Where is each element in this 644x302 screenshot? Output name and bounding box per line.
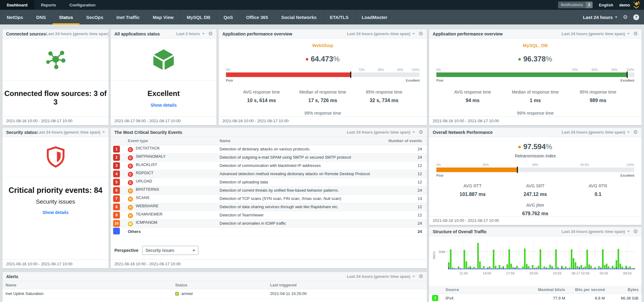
card-timespan-dropdown[interactable]: Last 24 hours (generic time span) [347,274,415,279]
perspective-select[interactable]: Security issues [142,246,198,255]
notifications-button[interactable]: Notifications 0 [558,2,593,8]
notifications-label: Notifications [558,2,586,8]
app-performance-webshop-card: Application performance overview Last 24… [219,29,427,125]
card-timespan-dropdown[interactable]: Last 24 hours (generic time span) [561,130,629,134]
tab-office-365[interactable]: Office 365 [240,10,275,24]
svg-text:14:59: 14:59 [483,271,491,275]
security-submessage: Security issues [2,198,109,205]
stat-label: AVG response time [231,90,292,94]
card-gear-icon[interactable]: ⚙ [633,31,638,36]
security-event-row[interactable]: 1CDICTATTACKDetection of dictionary atta… [111,145,427,153]
card-timespan-dropdown[interactable]: Last 24 hours (generic time span) [37,130,105,134]
svg-text:bits/s: bits/s [432,251,436,259]
security-event-row[interactable]: 9HTEAMVIEWERDetection of TeamViewer12 [111,211,427,219]
security-event-row[interactable]: 5CUPLOADDetection of uploading data12 [111,178,427,186]
security-event-row[interactable]: 6HBPATTERNSDetection of current threats … [111,186,427,194]
show-details-link[interactable]: Show details [2,210,109,215]
severity-icon: C [128,147,133,152]
card-gear-icon[interactable]: ⚙ [419,130,423,135]
stat: AVG RTR0.1 [567,183,629,197]
card-title: Application performance overview [433,31,503,36]
source-badge: 1 [432,295,438,301]
gauge-marker [517,167,518,173]
security-event-row[interactable]: 7HSCANSDetection of TCP scans (SYN scan,… [111,194,427,203]
event-type-label: SMTPANOMALY [136,154,166,159]
card-timespan-dropdown[interactable]: Last 24 hours (generic time span) [561,229,629,234]
svg-text:11:59: 11:59 [459,271,468,275]
card-gear-icon[interactable]: ⚙ [633,130,638,135]
event-name-cell: Detection of current threats by unified … [217,186,381,194]
settings-gear-icon[interactable]: ⚙ [623,14,628,20]
stat-value: 0.1 [567,192,629,197]
card-timespan-dropdown[interactable]: Last 2 hours [176,31,204,36]
security-event-row[interactable]: Others24 [111,227,427,236]
security-events-table: Event type Name Number of events 1CDICTA… [111,137,427,236]
stat-value: 101.887 ms [441,192,504,197]
tab-mysql-db[interactable]: MySQL DB [180,10,217,24]
rank-cell: 9 [111,211,125,219]
tab-inet-traffic[interactable]: Inet Traffic [110,10,146,24]
brand-tab-configuration[interactable]: Configuration [63,0,102,10]
tab-secops[interactable]: SecOps [80,10,110,24]
rank-badge: 6 [113,187,120,194]
security-event-row[interactable]: 3CBLACKLISTDetection of communication wi… [111,161,427,170]
rank-cell: 6 [111,186,125,194]
tab-map-view[interactable]: Map View [146,10,180,24]
brand-tab-reports[interactable]: Reports [34,0,63,10]
alert-row[interactable]: Inet Uplink Saturationarmed2021-04-11 15… [2,289,427,298]
card-title: Structure of Overall Traffic [433,229,487,234]
stat: 95% response time32 s, 734 ms [353,90,415,103]
user-menu[interactable]: demo [619,1,640,9]
gauge-fill [436,168,517,172]
tab-eta-tls[interactable]: ETA/TLS [323,10,355,24]
gauge-scale-label: 90% [397,68,403,72]
gauge-scale-label: 99% [532,163,538,167]
gauge-scale-label: 0% [436,68,441,72]
global-time-range-dropdown[interactable]: Last 24 hours [583,15,617,20]
card-timespan-dropdown[interactable]: Last 24 hours (generic time span) [347,31,415,36]
flowmon-logo-icon [632,1,640,9]
security-event-row[interactable]: 2CSMTPANOMALYDetection of outgoing e-mai… [111,153,427,161]
card-timespan-dropdown[interactable]: Last 24 hours (generic time span) [347,130,415,134]
event-name-cell: Detection of anomalies in ICMP traffic [217,219,381,227]
tab-status[interactable]: Status [53,10,80,24]
event-name-cell: Advanced detection method revealing dict… [217,170,381,178]
stat: Median of response time17 s, 726 ms [292,90,353,103]
network-stats: AVG RTT101.887 msAVG SRT247.12 msAVG RTR… [441,183,629,197]
security-event-row[interactable]: 8HWEBSHAREDetection of data sharing serv… [111,203,427,211]
card-gear-icon[interactable]: ⚙ [633,229,638,234]
tab-netops[interactable]: NetOps [0,10,30,24]
connected-sources-message: Connected flow sources: 3 of 3 [2,89,109,106]
stat: AVG SRT247.12 ms [504,183,567,197]
gauge-scale-label: 100% [412,68,420,72]
card-timespan-dropdown[interactable]: Last 24 hours (generic time span) [46,31,109,36]
brand-tab-dashboard[interactable]: Dashboard [0,0,34,10]
stat: 95% response time989 ms [567,90,629,103]
gauge-scale-label: 0% [436,163,441,167]
tab-dns[interactable]: DNS [30,10,53,24]
performance-percentage: 64.473% [219,55,427,63]
stat-value: 1 ms [504,98,567,103]
card-gear-icon[interactable]: ⚙ [208,31,213,36]
help-icon[interactable]: ? [633,14,639,20]
event-count-cell: 12 [381,211,427,219]
security-event-row[interactable]: 4CRDPDICTAdvanced detection method revea… [111,170,427,178]
tab-loadmaster[interactable]: LoadMaster [355,10,394,24]
show-details-link[interactable]: Show details [111,103,217,108]
svg-text:20:59: 20:59 [530,271,538,275]
event-type-label: DICTATTACK [136,146,160,150]
security-event-row[interactable]: 10MICMPANOMDetection of anomalies in ICM… [111,219,427,227]
card-gear-icon[interactable]: ⚙ [419,274,423,279]
card-gear-icon[interactable]: ⚙ [419,31,423,36]
severity-icon: C [128,180,133,185]
tab-qos[interactable]: QoS [217,10,240,24]
card-timespan-dropdown[interactable]: Last 24 hours (generic time span) [561,31,629,36]
event-count-cell: 24 [381,186,427,194]
card-time-footer: 2021-08-16 10:00 - 2021-08-17 10:00 [219,116,427,125]
stat-label: AVG RTR [567,183,629,188]
tab-social-networks[interactable]: Social Networks [275,10,323,24]
language-selector[interactable]: English [599,3,613,7]
card-title: Security status [6,130,37,135]
traffic-source-row[interactable]: 1IPv477.9 M6.6 M66.36 GiB [429,293,642,302]
event-type-cell: HTEAMVIEWER [125,211,217,219]
